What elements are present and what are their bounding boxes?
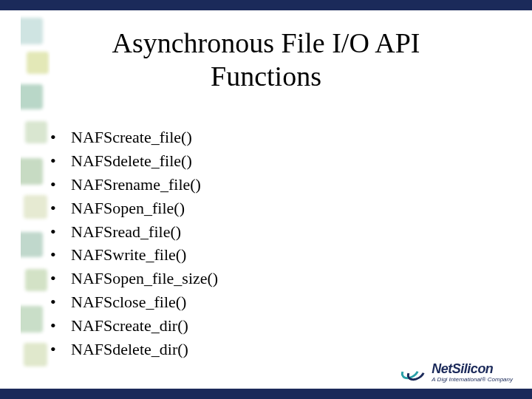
- logo-text: NetSilicon A Digi International® Company: [432, 362, 513, 383]
- title-line-2: Functions: [211, 61, 321, 92]
- function-name: NAFSdelete_dir(): [71, 340, 188, 358]
- list-item: NAFScreate_dir(): [50, 314, 502, 338]
- function-list: NAFScreate_file() NAFSdelete_file() NAFS…: [50, 126, 502, 361]
- list-item: NAFSread_file(): [50, 220, 502, 244]
- list-item: NAFSrename_file(): [50, 173, 502, 197]
- function-name: NAFSdelete_file(): [71, 151, 192, 170]
- list-item: NAFSwrite_file(): [50, 243, 502, 267]
- function-name: NAFScreate_file(): [71, 128, 192, 146]
- slide-title: Asynchronous File I/O API Functions: [0, 27, 532, 93]
- brand-logo: NetSilicon A Digi International® Company: [400, 362, 513, 383]
- list-item: NAFSopen_file(): [50, 197, 502, 220]
- bottom-accent-bar: [0, 389, 532, 399]
- list-item: NAFSopen_file_size(): [50, 267, 502, 290]
- function-name: NAFSrename_file(): [71, 175, 201, 194]
- function-name: NAFSread_file(): [71, 222, 181, 241]
- slide-body: NAFScreate_file() NAFSdelete_file() NAFS…: [50, 126, 502, 361]
- logo-icon: [400, 364, 426, 381]
- list-item: NAFSclose_file(): [50, 290, 502, 314]
- logo-brand-name: NetSilicon: [432, 362, 513, 375]
- logo-brand-prefix: Net: [432, 361, 452, 376]
- title-line-1: Asynchronous File I/O API: [112, 27, 420, 58]
- top-accent-bar: [0, 0, 532, 10]
- function-name: NAFSopen_file(): [71, 199, 185, 217]
- logo-brand-suffix: Silicon: [452, 361, 494, 376]
- function-name: NAFSclose_file(): [71, 293, 186, 311]
- logo-tagline: A Digi International® Company: [432, 377, 513, 383]
- function-name: NAFScreate_dir(): [71, 316, 188, 335]
- function-name: NAFSwrite_file(): [71, 245, 186, 264]
- list-item: NAFSdelete_dir(): [50, 338, 502, 361]
- function-name: NAFSopen_file_size(): [71, 269, 218, 287]
- list-item: NAFScreate_file(): [50, 126, 502, 149]
- list-item: NAFSdelete_file(): [50, 149, 502, 173]
